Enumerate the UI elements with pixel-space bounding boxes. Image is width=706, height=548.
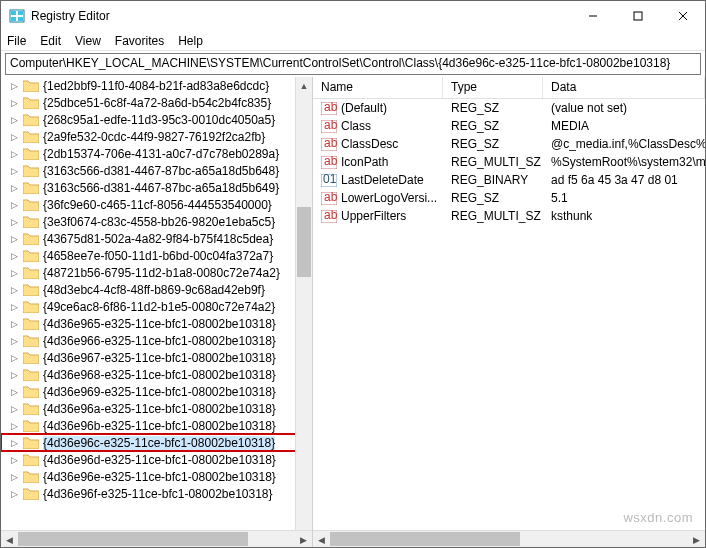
- list-scroll-right-icon[interactable]: ▶: [688, 531, 705, 547]
- tree-item-label: {4d36e96c-e325-11ce-bfc1-08002be10318}: [43, 436, 275, 450]
- hscroll-thumb[interactable]: [18, 532, 248, 546]
- expand-icon[interactable]: ▷: [11, 251, 21, 261]
- tree-item[interactable]: ▷{48d3ebc4-4cf8-48ff-b869-9c68ad42eb9f}: [1, 281, 312, 298]
- tree-item[interactable]: ▷{4d36e967-e325-11ce-bfc1-08002be10318}: [1, 349, 312, 366]
- expand-icon[interactable]: ▷: [11, 285, 21, 295]
- expand-icon[interactable]: ▷: [11, 98, 21, 108]
- expand-icon[interactable]: ▷: [11, 387, 21, 397]
- expand-icon[interactable]: ▷: [11, 421, 21, 431]
- list-hscroll-thumb[interactable]: [330, 532, 520, 546]
- scroll-up-icon[interactable]: ▲: [296, 77, 312, 94]
- value-type: REG_MULTI_SZ: [443, 155, 543, 169]
- tree-item[interactable]: ▷{1ed2bbf9-11f0-4084-b21f-ad83a8e6dcdc}: [1, 77, 312, 94]
- tree-item[interactable]: ▷{4d36e965-e325-11ce-bfc1-08002be10318}: [1, 315, 312, 332]
- expand-icon[interactable]: ▷: [11, 489, 21, 499]
- scroll-thumb[interactable]: [297, 207, 311, 277]
- tree-vertical-scrollbar[interactable]: ▲ ▼: [295, 77, 312, 547]
- menu-help[interactable]: Help: [178, 34, 203, 48]
- tree-item-label: {1ed2bbf9-11f0-4084-b21f-ad83a8e6dcdc}: [43, 79, 269, 93]
- menu-edit[interactable]: Edit: [40, 34, 61, 48]
- value-type-icon: 011: [321, 174, 337, 187]
- tree-item[interactable]: ▷{4d36e96b-e325-11ce-bfc1-08002be10318}: [1, 417, 312, 434]
- value-row[interactable]: abUpperFiltersREG_MULTI_SZksthunk: [313, 207, 705, 225]
- tree-item[interactable]: ▷{36fc9e60-c465-11cf-8056-444553540000}: [1, 196, 312, 213]
- tree-item-label: {48721b56-6795-11d2-b1a8-0080c72e74a2}: [43, 266, 280, 280]
- menu-view[interactable]: View: [75, 34, 101, 48]
- expand-icon[interactable]: ▷: [11, 353, 21, 363]
- expand-icon[interactable]: ▷: [11, 438, 21, 448]
- tree-item-label: {4d36e96e-e325-11ce-bfc1-08002be10318}: [43, 470, 276, 484]
- tree-item[interactable]: ▷{48721b56-6795-11d2-b1a8-0080c72e74a2}: [1, 264, 312, 281]
- tree-item-label: {4d36e968-e325-11ce-bfc1-08002be10318}: [43, 368, 276, 382]
- expand-icon[interactable]: ▷: [11, 472, 21, 482]
- tree-horizontal-scrollbar[interactable]: ◀ ▶: [1, 530, 312, 547]
- expand-icon[interactable]: ▷: [11, 81, 21, 91]
- value-name: abLowerLogoVersi...: [313, 191, 443, 205]
- expand-icon[interactable]: ▷: [11, 268, 21, 278]
- tree-item[interactable]: ▷{4d36e96d-e325-11ce-bfc1-08002be10318}: [1, 451, 312, 468]
- close-button[interactable]: [660, 1, 705, 31]
- col-header-name[interactable]: Name: [313, 77, 443, 98]
- tree-item-label: {4d36e965-e325-11ce-bfc1-08002be10318}: [43, 317, 276, 331]
- tree-pane: ▷{1ed2bbf9-11f0-4084-b21f-ad83a8e6dcdc}▷…: [1, 77, 313, 547]
- tree-item[interactable]: ▷{4d36e966-e325-11ce-bfc1-08002be10318}: [1, 332, 312, 349]
- scroll-right-icon[interactable]: ▶: [295, 531, 312, 547]
- maximize-button[interactable]: [615, 1, 660, 31]
- value-row[interactable]: abIconPathREG_MULTI_SZ%SystemRoot%\syste…: [313, 153, 705, 171]
- tree-item[interactable]: ▷{268c95a1-edfe-11d3-95c3-0010dc4050a5}: [1, 111, 312, 128]
- expand-icon[interactable]: ▷: [11, 234, 21, 244]
- tree-item[interactable]: ▷{4d36e968-e325-11ce-bfc1-08002be10318}: [1, 366, 312, 383]
- value-type-icon: ab: [321, 156, 337, 169]
- svg-text:ab: ab: [324, 156, 337, 168]
- tree-item[interactable]: ▷{4d36e96a-e325-11ce-bfc1-08002be10318}: [1, 400, 312, 417]
- tree-item[interactable]: ▷{25dbce51-6c8f-4a72-8a6d-b54c2b4fc835}: [1, 94, 312, 111]
- expand-icon[interactable]: ▷: [11, 370, 21, 380]
- folder-icon: [23, 351, 39, 364]
- expand-icon[interactable]: ▷: [11, 455, 21, 465]
- value-type: REG_SZ: [443, 119, 543, 133]
- minimize-button[interactable]: [570, 1, 615, 31]
- tree-item[interactable]: ▷{2db15374-706e-4131-a0c7-d7c78eb0289a}: [1, 145, 312, 162]
- folder-icon: [23, 266, 39, 279]
- list-horizontal-scrollbar[interactable]: ◀ ▶: [313, 530, 705, 547]
- tree-item[interactable]: ▷{4d36e96e-e325-11ce-bfc1-08002be10318}: [1, 468, 312, 485]
- tree-item[interactable]: ▷{43675d81-502a-4a82-9f84-b75f418c5dea}: [1, 230, 312, 247]
- address-bar[interactable]: Computer\HKEY_LOCAL_MACHINE\SYSTEM\Curre…: [5, 53, 701, 75]
- tree-item[interactable]: ▷{4d36e96f-e325-11ce-bfc1-08002be10318}: [1, 485, 312, 502]
- expand-icon[interactable]: ▷: [11, 132, 21, 142]
- tree-item[interactable]: ▷{3163c566-d381-4467-87bc-a65a18d5b648}: [1, 162, 312, 179]
- tree-item[interactable]: ▷{4d36e969-e325-11ce-bfc1-08002be10318}: [1, 383, 312, 400]
- svg-rect-1: [18, 11, 23, 15]
- menu-favorites[interactable]: Favorites: [115, 34, 164, 48]
- tree-item[interactable]: ▷{3163c566-d381-4467-87bc-a65a18d5b649}: [1, 179, 312, 196]
- col-header-type[interactable]: Type: [443, 77, 543, 98]
- tree-item-label: {25dbce51-6c8f-4a72-8a6d-b54c2b4fc835}: [43, 96, 271, 110]
- expand-icon[interactable]: ▷: [11, 149, 21, 159]
- expand-icon[interactable]: ▷: [11, 115, 21, 125]
- expand-icon[interactable]: ▷: [11, 200, 21, 210]
- col-header-data[interactable]: Data: [543, 77, 705, 98]
- expand-icon[interactable]: ▷: [11, 302, 21, 312]
- expand-icon[interactable]: ▷: [11, 319, 21, 329]
- value-row[interactable]: ab(Default)REG_SZ(value not set): [313, 99, 705, 117]
- tree-item[interactable]: ▷{49ce6ac8-6f86-11d2-b1e5-0080c72e74a2}: [1, 298, 312, 315]
- tree-item[interactable]: ▷{3e3f0674-c83c-4558-bb26-9820e1eba5c5}: [1, 213, 312, 230]
- tree-item[interactable]: ▷{2a9fe532-0cdc-44f9-9827-76192f2ca2fb}: [1, 128, 312, 145]
- value-row[interactable]: abClassDescREG_SZ@c_media.inf,%ClassDesc…: [313, 135, 705, 153]
- value-row[interactable]: abClassREG_SZMEDIA: [313, 117, 705, 135]
- expand-icon[interactable]: ▷: [11, 217, 21, 227]
- tree-item[interactable]: ▷{4658ee7e-f050-11d1-b6bd-00c04fa372a7}: [1, 247, 312, 264]
- scroll-left-icon[interactable]: ◀: [1, 531, 18, 547]
- expand-icon[interactable]: ▷: [11, 166, 21, 176]
- menu-file[interactable]: File: [7, 34, 26, 48]
- value-row[interactable]: 011LastDeleteDateREG_BINARYad f5 6a 45 3…: [313, 171, 705, 189]
- expand-icon[interactable]: ▷: [11, 404, 21, 414]
- tree-item[interactable]: ▷{4d36e96c-e325-11ce-bfc1-08002be10318}: [1, 434, 312, 451]
- value-data: MEDIA: [543, 119, 705, 133]
- expand-icon[interactable]: ▷: [11, 183, 21, 193]
- value-name: abClassDesc: [313, 137, 443, 151]
- tree-item-label: {4d36e96d-e325-11ce-bfc1-08002be10318}: [43, 453, 276, 467]
- expand-icon[interactable]: ▷: [11, 336, 21, 346]
- list-scroll-left-icon[interactable]: ◀: [313, 531, 330, 547]
- value-row[interactable]: abLowerLogoVersi...REG_SZ5.1: [313, 189, 705, 207]
